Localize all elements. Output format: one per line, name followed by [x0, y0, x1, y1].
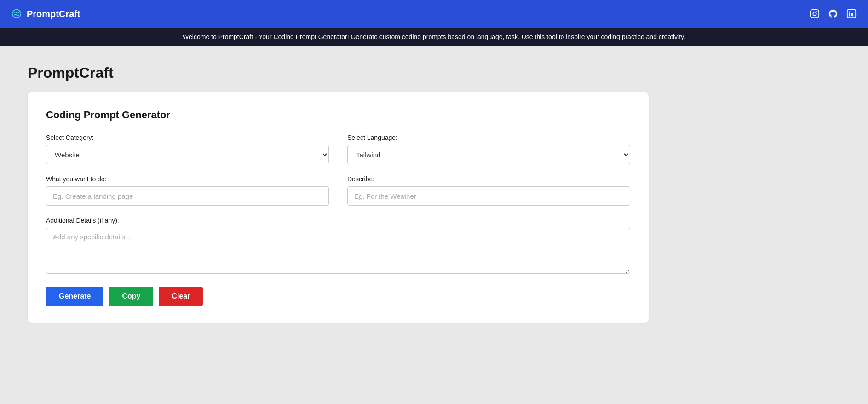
github-icon[interactable]	[828, 8, 839, 19]
banner-text: Welcome to PromptCraft - Your Coding Pro…	[183, 33, 685, 40]
additional-label: Additional Details (if any):	[46, 217, 630, 224]
describe-group: Describe:	[347, 175, 630, 206]
additional-form-group: Additional Details (if any):	[46, 217, 630, 274]
header-title: PromptCraft	[27, 9, 80, 19]
svg-rect-0	[811, 10, 819, 18]
announcement-banner: Welcome to PromptCraft - Your Coding Pro…	[0, 28, 868, 46]
header-left: PromptCraft	[11, 8, 80, 19]
additional-group: Additional Details (if any):	[46, 217, 630, 274]
task-label: What you want to do:	[46, 175, 329, 183]
describe-label: Describe:	[347, 175, 630, 183]
describe-input[interactable]	[347, 186, 630, 206]
clear-button[interactable]: Clear	[159, 287, 203, 306]
svg-point-1	[813, 12, 816, 15]
copy-button[interactable]: Copy	[109, 287, 153, 306]
task-input[interactable]	[46, 186, 329, 206]
linkedin-icon[interactable]	[846, 8, 857, 19]
page-title: PromptCraft	[28, 64, 840, 81]
category-select[interactable]: Website Mobile App API Database Algorith…	[46, 145, 329, 164]
category-label: Select Category:	[46, 134, 329, 141]
form-row-inputs: What you want to do: Describe:	[46, 175, 630, 206]
additional-textarea[interactable]	[46, 228, 630, 274]
generate-button[interactable]: Generate	[46, 287, 103, 306]
instagram-icon[interactable]	[809, 8, 820, 19]
svg-point-2	[816, 11, 817, 12]
language-select[interactable]: Tailwind HTML CSS JavaScript Python Reac…	[347, 145, 630, 164]
task-group: What you want to do:	[46, 175, 329, 206]
form-row-selects: Select Category: Website Mobile App API …	[46, 134, 630, 164]
logo-icon	[11, 8, 22, 19]
language-group: Select Language: Tailwind HTML CSS JavaS…	[347, 134, 630, 164]
button-row: Generate Copy Clear	[46, 287, 630, 306]
language-label: Select Language:	[347, 134, 630, 141]
card-title: Coding Prompt Generator	[46, 109, 630, 121]
main-content: PromptCraft Coding Prompt Generator Sele…	[0, 46, 868, 404]
prompt-generator-card: Coding Prompt Generator Select Category:…	[28, 92, 649, 323]
header: PromptCraft	[0, 0, 868, 28]
header-icons	[809, 8, 857, 19]
category-group: Select Category: Website Mobile App API …	[46, 134, 329, 164]
